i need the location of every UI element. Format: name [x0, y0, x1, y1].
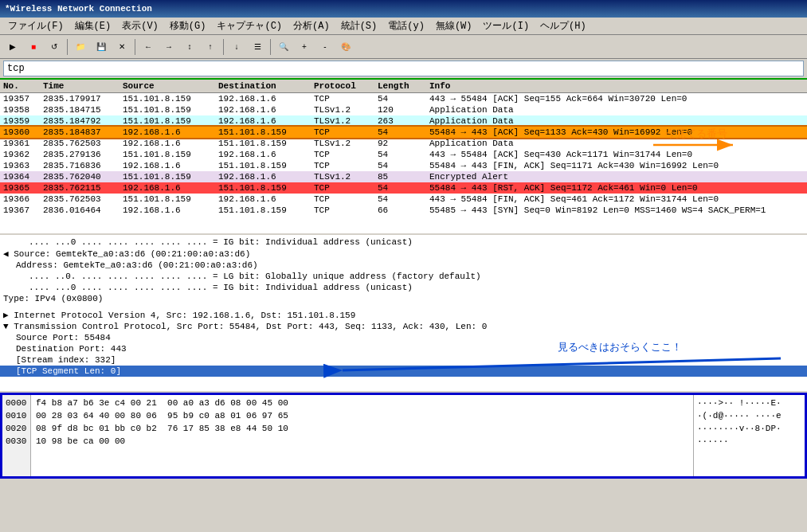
menu-wireless[interactable]: 無線(W) [431, 18, 477, 34]
col-len: Length [374, 81, 426, 91]
tb-goto[interactable]: ↕ [180, 37, 199, 57]
cell-time: 2836.016464 [40, 205, 119, 215]
packet-row[interactable]: 19358 2835.184715 151.101.8.159 192.168.… [0, 104, 807, 115]
cell-len: 54 [374, 161, 426, 170]
menu-file[interactable]: ファイル(F) [3, 18, 69, 34]
hex-ascii-0: ····>·· !·····E· [697, 397, 801, 409]
cell-dst: 192.168.1.6 [215, 150, 311, 159]
packet-rows: 19357 2835.179917 151.101.8.159 192.168.… [0, 93, 807, 216]
col-no: No. [0, 81, 40, 91]
detail-row-8[interactable]: ▼ Transmission Control Protocol, Src Por… [0, 321, 807, 332]
tb-zoom-out[interactable]: - [315, 37, 335, 57]
cell-no: 19357 [0, 94, 40, 104]
tb-zoom-in[interactable]: + [295, 37, 314, 57]
detail-row-3: .... ..0. .... .... .... .... .... = LG … [0, 271, 807, 282]
cell-src: 192.168.1.6 [119, 161, 215, 170]
cell-no: 19367 [0, 205, 40, 215]
detail-wrapper: .... ...0 .... .... .... .... .... = IG … [0, 235, 807, 393]
packet-row[interactable]: 19362 2835.279136 151.101.8.159 192.168.… [0, 149, 807, 160]
cell-dst: 192.168.1.6 [215, 172, 311, 182]
tb-color[interactable]: 🎨 [336, 37, 355, 57]
menu-tel[interactable]: 電話(y) [383, 18, 429, 34]
cell-time: 2835.279136 [40, 150, 119, 159]
tb-fwd[interactable]: → [159, 37, 178, 57]
packet-row[interactable]: 19363 2835.716836 192.168.1.6 151.101.8.… [0, 160, 807, 171]
detail-row-selected[interactable]: [TCP Segment Len: 0] [0, 366, 807, 377]
cell-proto: TCP [311, 205, 374, 215]
menu-help[interactable]: ヘルプ(H) [535, 18, 591, 34]
filter-input[interactable] [3, 61, 804, 76]
cell-no: 19364 [0, 172, 40, 182]
tb-open[interactable]: 📁 [71, 37, 90, 57]
tb-start[interactable]: ▶ [3, 37, 22, 57]
detail-row-10: Destination Port: 443 [0, 343, 807, 354]
packet-row[interactable]: 19364 2835.762040 151.101.8.159 192.168.… [0, 171, 807, 182]
hex-offset-2: 0020 [6, 422, 27, 435]
cell-dst: 151.101.8.159 [215, 183, 311, 193]
cell-src: 151.101.8.159 [119, 105, 215, 115]
menu-analyze[interactable]: 分析(A) [288, 18, 335, 34]
menu-go[interactable]: 移動(G) [165, 18, 211, 34]
tb-list[interactable]: ☰ [248, 37, 267, 57]
col-dst: Destination [215, 81, 311, 91]
col-info: Info [426, 81, 807, 91]
hex-offset-0: 0000 [6, 397, 27, 409]
cell-info: 55484 → 443 [FIN, ACK] Seq=1171 Ack=430 … [426, 161, 807, 170]
cell-len: 54 [374, 183, 426, 193]
col-proto: Protocol [311, 81, 374, 91]
filter-bar [0, 59, 807, 80]
cell-time: 2835.184837 [40, 127, 119, 137]
detail-row-4: .... ...0 .... .... .... .... .... = IG … [0, 282, 807, 293]
packet-row[interactable]: 19361 2835.762503 192.168.1.6 151.101.8.… [0, 138, 807, 149]
cell-no: 19365 [0, 183, 40, 193]
detail-row-0: .... ...0 .... .... .... .... .... = IG … [0, 237, 807, 248]
packet-row[interactable]: 19360 2835.184837 192.168.1.6 151.101.8.… [0, 127, 807, 138]
cell-len: 54 [374, 194, 426, 204]
tb-stop[interactable]: ■ [24, 37, 43, 57]
hex-ascii-2: ········v··8·DP· [697, 422, 801, 435]
tb-search[interactable]: 🔍 [274, 37, 293, 57]
cell-len: 92 [374, 139, 426, 148]
menu-edit[interactable]: 編集(E) [70, 18, 116, 34]
cell-proto: TLSv1.2 [311, 105, 374, 115]
hex-data-0: f4 b8 a7 b6 3e c4 00 21 00 a0 a3 d6 08 0… [36, 397, 688, 409]
cell-len: 54 [374, 150, 426, 159]
packet-row[interactable]: 19357 2835.179917 151.101.8.159 192.168.… [0, 93, 807, 104]
tb-close[interactable]: ✕ [112, 37, 131, 57]
cell-no: 19366 [0, 194, 40, 204]
packet-row[interactable]: 19366 2835.762503 151.101.8.159 192.168.… [0, 194, 807, 205]
packet-row[interactable]: 19359 2835.184792 151.101.8.159 192.168.… [0, 115, 807, 127]
tb-restart[interactable]: ↺ [45, 37, 64, 57]
tb-save[interactable]: 💾 [92, 37, 111, 57]
cell-len: 54 [374, 94, 426, 104]
cell-len: 66 [374, 205, 426, 215]
cell-len: 85 [374, 172, 426, 182]
menu-capture[interactable]: キャプチャ(C) [212, 18, 287, 34]
cell-dst: 151.101.8.159 [215, 205, 311, 215]
detail-pane: .... ...0 .... .... .... .... .... = IG … [0, 235, 807, 393]
hex-data-2: 08 9f d8 bc 01 bb c0 b2 76 17 85 38 e8 4… [36, 422, 688, 435]
cell-dst: 192.168.1.6 [215, 194, 311, 204]
hex-offset-1: 0010 [6, 409, 27, 422]
cell-src: 151.101.8.159 [119, 194, 215, 204]
packet-list: No. Time Source Destination Protocol Len… [0, 80, 807, 235]
cell-proto: TCP [311, 94, 374, 104]
cell-no: 19358 [0, 105, 40, 115]
hex-ascii-3: ······ [697, 435, 801, 448]
cell-info: 443 → 55484 [FIN, ACK] Seq=461 Ack=1172 … [426, 194, 807, 204]
menu-tools[interactable]: ツール(I) [478, 18, 534, 34]
cell-proto: TCP [311, 161, 374, 170]
tb-back[interactable]: ← [139, 37, 158, 57]
menu-view[interactable]: 表示(V) [117, 18, 163, 34]
detail-row-7[interactable]: ▶ Internet Protocol Version 4, Src: 192.… [0, 309, 807, 321]
tb-down-arrow[interactable]: ↓ [227, 37, 246, 57]
menu-stats[interactable]: 統計(S) [336, 18, 382, 34]
tb-sep2 [135, 39, 135, 55]
cell-info: 443 → 55484 [ACK] Seq=430 Ack=1171 Win=3… [426, 150, 807, 159]
packet-row[interactable]: 19367 2836.016464 192.168.1.6 151.101.8.… [0, 205, 807, 216]
hex-pane: 0000 0010 0020 0030 f4 b8 a7 b6 3e c4 00… [0, 393, 807, 479]
tb-up[interactable]: ↑ [201, 37, 220, 57]
cell-src: 192.168.1.6 [119, 139, 215, 148]
hex-ascii-1: ·(·d@····· ····e [697, 409, 801, 422]
packet-row[interactable]: 19365 2835.762115 192.168.1.6 151.101.8.… [0, 182, 807, 194]
